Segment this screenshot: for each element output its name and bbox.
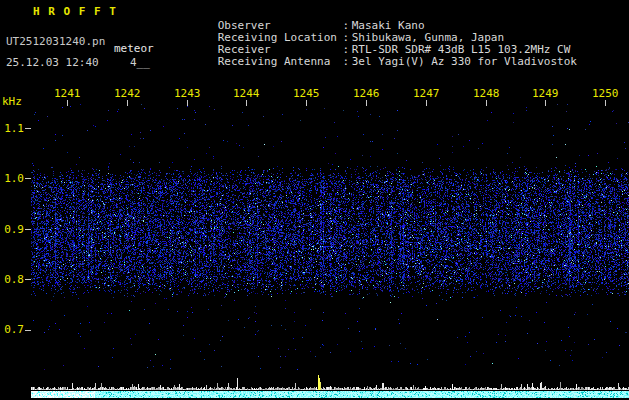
freq-unit-label: kHz bbox=[2, 96, 22, 108]
info-value: 3el Yagi(V) Az 330 for Vladivostok bbox=[352, 55, 577, 68]
filename-label: UT2512031240.pn bbox=[6, 36, 105, 48]
datetime-label: 25.12.03 12:40 bbox=[6, 57, 99, 69]
time-tick-label: 1249 bbox=[532, 87, 559, 100]
time-tick-label: 1242 bbox=[114, 87, 141, 100]
app-title: H R O F F T bbox=[33, 6, 117, 18]
time-tick-label: 1250 bbox=[592, 87, 619, 100]
spectrogram-canvas bbox=[31, 104, 629, 370]
time-tick-label: 1241 bbox=[54, 87, 81, 100]
info-row-observer: Observer:Masaki Kano bbox=[178, 6, 577, 18]
hrofft-screen: H R O F F T UT2512031240.pn meteor 25.12… bbox=[0, 0, 629, 400]
time-tick-label: 1248 bbox=[473, 87, 500, 100]
time-tick-label: 1244 bbox=[233, 87, 260, 100]
freq-tick-label: 1.0 bbox=[2, 172, 24, 185]
freq-tick-label: 1.1 bbox=[2, 122, 24, 135]
freq-tick-label: 0.8 bbox=[2, 273, 24, 286]
time-tick-label: 1245 bbox=[293, 87, 320, 100]
freq-tick-label: 0.7 bbox=[2, 323, 24, 336]
mode-label: meteor bbox=[114, 43, 154, 55]
time-tick-label: 1243 bbox=[174, 87, 201, 100]
signal-level-canvas bbox=[31, 372, 629, 390]
time-tick-label: 1246 bbox=[353, 87, 380, 100]
observation-info: Observer:Masaki Kano Receiving Location:… bbox=[178, 6, 577, 54]
time-tick-label: 1247 bbox=[413, 87, 440, 100]
freq-tick-label: 0.9 bbox=[2, 223, 24, 236]
info-label: Receiving Antenna bbox=[218, 55, 340, 68]
info-separator: : bbox=[340, 55, 352, 68]
counter-label: 4__ bbox=[130, 57, 150, 69]
status-bar-canvas bbox=[31, 391, 629, 398]
